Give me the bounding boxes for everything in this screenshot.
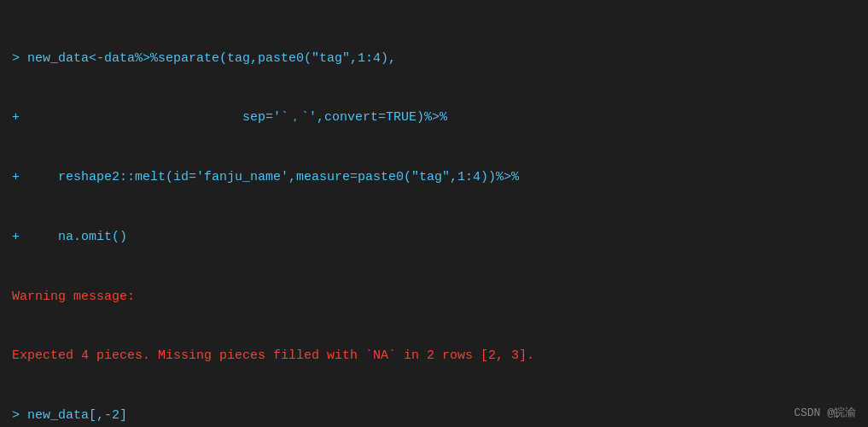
prompt-symbol: > [12,51,27,66]
watermark: CSDN @皖渝 [794,405,856,420]
code-line-1: > new_data<-data%>%separate(tag,paste0("… [12,49,856,68]
console-output: > new_data<-data%>%separate(tag,paste0("… [0,0,868,427]
code-line-5: > new_data[,-2] [12,406,856,425]
prompt-symbol-2: > [12,408,27,423]
plus-symbol: + [12,110,20,125]
code-line-2: + sep='`，`',convert=TRUE)%>% [12,108,856,127]
code-line-3: + reshape2::melt(id='fanju_name',measure… [12,167,856,187]
warning-text: Expected 4 pieces. Missing pieces filled… [12,346,856,366]
plus-symbol-2: + [12,170,20,184]
warning-label: Warning message: [12,287,856,307]
plus-symbol-3: + [12,230,20,244]
code-line-4: + na.omit() [12,227,856,247]
